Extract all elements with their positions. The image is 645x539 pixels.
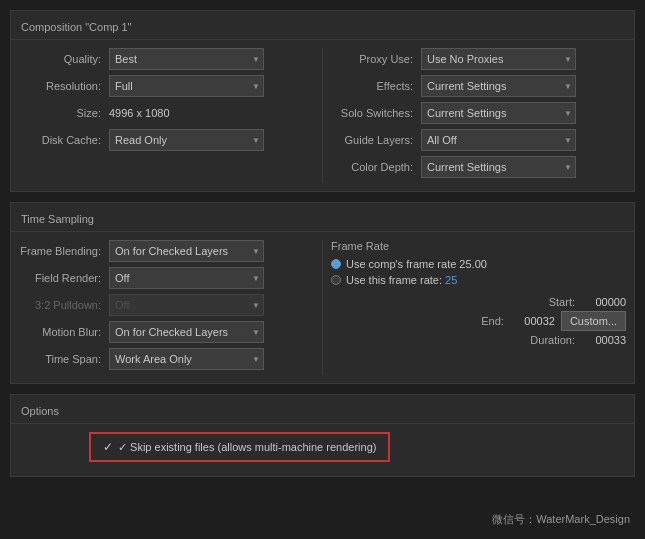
field-render-label: Field Render: — [19, 272, 109, 284]
motion-blur-select[interactable]: On for Checked Layers — [109, 321, 264, 343]
field-render-wrapper[interactable]: Off — [109, 267, 264, 289]
pulldown-label: 3:2 Pulldown: — [19, 299, 109, 311]
options-panel: Options ✓ ✓ Skip existing files (allows … — [10, 394, 635, 477]
proxy-use-wrapper[interactable]: Use No Proxies — [421, 48, 576, 70]
color-depth-row: Color Depth: Current Settings — [331, 156, 626, 178]
frame-rate-title: Frame Rate — [331, 240, 626, 252]
resolution-select[interactable]: Full — [109, 75, 264, 97]
size-value: 4996 x 1080 — [109, 107, 170, 119]
time-right-col: Frame Rate Use comp's frame rate 25.00 U… — [322, 240, 634, 375]
guide-layers-select[interactable]: All Off — [421, 129, 576, 151]
effects-wrapper[interactable]: Current Settings — [421, 75, 576, 97]
pulldown-select[interactable]: Off — [109, 294, 264, 316]
proxy-use-select[interactable]: Use No Proxies — [421, 48, 576, 70]
color-depth-select[interactable]: Current Settings — [421, 156, 576, 178]
pulldown-wrapper[interactable]: Off — [109, 294, 264, 316]
start-row: Start: 00000 — [331, 296, 626, 308]
proxy-use-label: Proxy Use: — [331, 53, 421, 65]
size-row: Size: 4996 x 1080 — [19, 102, 314, 124]
guide-layers-label: Guide Layers: — [331, 134, 421, 146]
custom-button[interactable]: Custom... — [561, 311, 626, 331]
time-span-label: Time Span: — [19, 353, 109, 365]
comp-right-col: Proxy Use: Use No Proxies Effects: Curre… — [322, 48, 634, 183]
quality-label: Quality: — [19, 53, 109, 65]
color-depth-label: Color Depth: — [331, 161, 421, 173]
composition-body: Quality: Best Resolution: Full Size: — [11, 48, 634, 183]
checkmark-icon: ✓ — [103, 440, 113, 454]
solo-switches-select[interactable]: Current Settings — [421, 102, 576, 124]
resolution-wrapper[interactable]: Full — [109, 75, 264, 97]
duration-row: Duration: 00033 — [331, 334, 626, 346]
radio2-value: 25 — [445, 274, 457, 286]
time-sampling-body: Frame Blending: On for Checked Layers Fi… — [11, 240, 634, 375]
timecodes-area: Start: 00000 End: 00032 Custom... Durati… — [331, 296, 626, 346]
time-span-select[interactable]: Work Area Only — [109, 348, 264, 370]
comp-left-col: Quality: Best Resolution: Full Size: — [11, 48, 322, 183]
time-span-row: Time Span: Work Area Only — [19, 348, 314, 370]
frame-blending-row: Frame Blending: On for Checked Layers — [19, 240, 314, 262]
disk-cache-row: Disk Cache: Read Only — [19, 129, 314, 151]
start-value: 00000 — [581, 296, 626, 308]
solo-switches-row: Solo Switches: Current Settings — [331, 102, 626, 124]
frame-rate-radio1[interactable]: Use comp's frame rate 25.00 — [331, 258, 626, 270]
composition-title: Composition "Comp 1" — [11, 21, 634, 40]
solo-switches-label: Solo Switches: — [331, 107, 421, 119]
end-value: 00032 — [510, 315, 555, 327]
guide-layers-wrapper[interactable]: All Off — [421, 129, 576, 151]
disk-cache-label: Disk Cache: — [19, 134, 109, 146]
options-title: Options — [11, 405, 634, 424]
frame-rate-radio2[interactable]: Use this frame rate: 25 — [331, 274, 626, 286]
duration-value: 00033 — [581, 334, 626, 346]
radio2-label: Use this frame rate: — [346, 274, 445, 286]
field-render-select[interactable]: Off — [109, 267, 264, 289]
duration-label: Duration: — [530, 334, 575, 346]
guide-layers-row: Guide Layers: All Off — [331, 129, 626, 151]
frame-blending-label: Frame Blending: — [19, 245, 109, 257]
skip-label: ✓ Skip existing files (allows multi-mach… — [118, 441, 376, 454]
effects-label: Effects: — [331, 80, 421, 92]
skip-existing-checkbox[interactable]: ✓ ✓ Skip existing files (allows multi-ma… — [89, 432, 390, 462]
radio1-label: Use comp's frame rate — [346, 258, 459, 270]
frame-blending-select[interactable]: On for Checked Layers — [109, 240, 264, 262]
radio1-dot[interactable] — [331, 259, 341, 269]
quality-select[interactable]: Best — [109, 48, 264, 70]
time-sampling-title: Time Sampling — [11, 213, 634, 232]
disk-cache-select[interactable]: Read Only — [109, 129, 264, 151]
resolution-label: Resolution: — [19, 80, 109, 92]
end-row: End: 00032 Custom... — [331, 311, 626, 331]
pulldown-row: 3:2 Pulldown: Off — [19, 294, 314, 316]
solo-switches-wrapper[interactable]: Current Settings — [421, 102, 576, 124]
end-label: End: — [481, 315, 504, 327]
time-span-wrapper[interactable]: Work Area Only — [109, 348, 264, 370]
effects-row: Effects: Current Settings — [331, 75, 626, 97]
composition-panel: Composition "Comp 1" Quality: Best Resol… — [10, 10, 635, 192]
motion-blur-label: Motion Blur: — [19, 326, 109, 338]
size-label: Size: — [19, 107, 109, 119]
time-left-col: Frame Blending: On for Checked Layers Fi… — [11, 240, 322, 375]
start-label: Start: — [549, 296, 575, 308]
disk-cache-wrapper[interactable]: Read Only — [109, 129, 264, 151]
radio2-dot[interactable] — [331, 275, 341, 285]
quality-wrapper[interactable]: Best — [109, 48, 264, 70]
effects-select[interactable]: Current Settings — [421, 75, 576, 97]
frame-blending-wrapper[interactable]: On for Checked Layers — [109, 240, 264, 262]
resolution-row: Resolution: Full — [19, 75, 314, 97]
field-render-row: Field Render: Off — [19, 267, 314, 289]
motion-blur-wrapper[interactable]: On for Checked Layers — [109, 321, 264, 343]
watermark: 微信号：WaterMark_Design — [492, 512, 630, 527]
time-sampling-panel: Time Sampling Frame Blending: On for Che… — [10, 202, 635, 384]
motion-blur-row: Motion Blur: On for Checked Layers — [19, 321, 314, 343]
proxy-use-row: Proxy Use: Use No Proxies — [331, 48, 626, 70]
color-depth-wrapper[interactable]: Current Settings — [421, 156, 576, 178]
radio1-value: 25.00 — [459, 258, 487, 270]
quality-row: Quality: Best — [19, 48, 314, 70]
options-body: ✓ ✓ Skip existing files (allows multi-ma… — [11, 432, 634, 462]
